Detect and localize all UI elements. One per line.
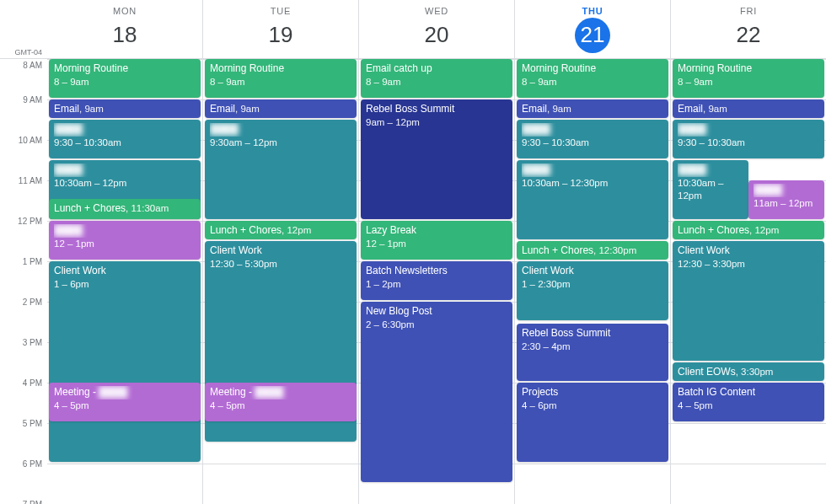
event-title: Batch IG Content: [678, 386, 819, 399]
calendar-event[interactable]: Email9am: [205, 99, 357, 118]
calendar-event[interactable]: Batch Newsletters1 – 2pm: [361, 261, 512, 300]
calendar-event[interactable]: ████9:30 – 10:30am: [673, 120, 824, 158]
calendar-event[interactable]: ████9:30 – 10:30am: [49, 120, 201, 158]
calendar-event[interactable]: Morning Routine8 – 9am: [517, 59, 668, 98]
event-title: Lunch + Chores: [54, 202, 126, 214]
event-time: 9am: [79, 104, 104, 114]
calendar-event[interactable]: Client Work1 – 2:30pm: [517, 261, 668, 320]
calendar-event[interactable]: Client Work1 – 6pm: [49, 261, 201, 462]
day-number[interactable]: 18: [107, 18, 142, 53]
event-title: ████: [754, 184, 819, 197]
event-title: Meeting - ████: [210, 386, 351, 399]
day-header[interactable]: THU21: [514, 0, 670, 58]
calendar-event[interactable]: ████10:30am – 12:30pm: [517, 160, 668, 239]
calendar-event[interactable]: Lunch + Chores12:30pm: [517, 241, 668, 260]
event-time: 12:30pm: [593, 245, 636, 255]
calendar-event[interactable]: Rebel Boss Summit2:30 – 4pm: [517, 324, 668, 381]
event-title: Client Work: [678, 244, 819, 258]
day-column[interactable]: Morning Routine8 – 9amEmail9am████9:30 –…: [47, 59, 202, 504]
event-title: Email: [678, 103, 703, 115]
calendar-header: GMT-04 MON18TUE19WED20THU21FRI22: [0, 0, 826, 59]
day-column[interactable]: Email catch up8 – 9amRebel Boss Summit9a…: [358, 59, 514, 504]
calendar-event[interactable]: Email catch up8 – 9am: [361, 59, 512, 98]
day-header[interactable]: MON18: [47, 0, 202, 58]
calendar-event[interactable]: Meeting - ████4 – 5pm: [205, 383, 357, 421]
calendar-week-view: GMT-04 MON18TUE19WED20THU21FRI22 8 AM9 A…: [0, 0, 826, 504]
event-title: Morning Routine: [522, 62, 663, 76]
calendar-event[interactable]: Email9am: [673, 99, 824, 118]
event-title: ████: [54, 224, 196, 238]
event-title: Lazy Break: [366, 224, 507, 238]
event-time: 3:30pm: [736, 367, 774, 377]
day-header[interactable]: TUE19: [202, 0, 358, 58]
event-title: New Blog Post: [366, 305, 507, 319]
day-column[interactable]: Morning Routine8 – 9amEmail9am████9:30 –…: [670, 59, 826, 504]
calendar-event[interactable]: Batch IG Content4 – 5pm: [673, 383, 824, 421]
event-time: 1 – 6pm: [54, 278, 196, 291]
calendar-event[interactable]: Client EOWs3:30pm: [673, 362, 824, 381]
event-time: 4 – 5pm: [54, 399, 196, 412]
event-time: 9:30 – 10:30am: [522, 137, 663, 149]
event-title: ████: [678, 164, 743, 177]
event-title: Batch Newsletters: [366, 265, 507, 278]
event-time: 4 – 5pm: [678, 399, 819, 412]
event-title: Lunch + Chores: [678, 224, 749, 236]
event-title: Morning Routine: [54, 62, 196, 76]
event-time: 4 – 6pm: [522, 399, 663, 412]
calendar-event[interactable]: Morning Routine8 – 9am: [673, 59, 824, 98]
event-time: 12 – 1pm: [366, 238, 507, 250]
event-title: Rebel Boss Summit: [366, 103, 507, 116]
calendar-event[interactable]: ████10:30am – 12pm: [673, 160, 748, 219]
event-time: 2 – 6:30pm: [366, 319, 507, 331]
hour-label: 5 PM: [23, 419, 42, 428]
event-time: 10:30am – 12pm: [54, 177, 196, 190]
event-title: ████: [522, 123, 663, 137]
calendar-event[interactable]: New Blog Post2 – 6:30pm: [361, 302, 512, 482]
event-time: 8 – 9am: [678, 76, 819, 88]
calendar-event[interactable]: ████11am – 12pm: [748, 180, 824, 219]
event-time: 9am: [235, 104, 260, 114]
event-title: ████: [54, 164, 196, 177]
hour-label: 3 PM: [23, 338, 42, 347]
event-title: ████: [678, 123, 819, 137]
calendar-event[interactable]: Email9am: [49, 99, 201, 118]
calendar-event[interactable]: ████9:30 – 10:30am: [517, 120, 668, 158]
calendar-event[interactable]: Morning Routine8 – 9am: [49, 59, 201, 98]
day-column[interactable]: Morning Routine8 – 9amEmail9am████9:30 –…: [514, 59, 670, 504]
calendar-event[interactable]: Meeting - ████4 – 5pm: [49, 383, 201, 421]
event-time: 8 – 9am: [210, 76, 351, 88]
timezone-column: GMT-04: [0, 0, 47, 58]
day-number[interactable]: 19: [263, 18, 298, 53]
day-number[interactable]: 22: [731, 18, 766, 53]
event-title: Projects: [522, 386, 663, 399]
day-header[interactable]: FRI22: [670, 0, 826, 58]
event-time: 9:30 – 10:30am: [678, 137, 819, 149]
calendar-event[interactable]: Client Work12:30 – 3:30pm: [673, 241, 824, 361]
calendar-event[interactable]: Morning Routine8 – 9am: [205, 59, 357, 98]
day-number[interactable]: 20: [419, 18, 454, 53]
calendar-event[interactable]: Lazy Break12 – 1pm: [361, 221, 512, 260]
hour-label: 1 PM: [23, 257, 42, 266]
calendar-event[interactable]: ████9:30am – 12pm: [205, 120, 357, 219]
calendar-event[interactable]: Rebel Boss Summit9am – 12pm: [361, 99, 512, 219]
calendar-body: 8 AM9 AM10 AM11 AM12 PM1 PM2 PM3 PM4 PM5…: [0, 59, 826, 504]
event-time: 4 – 5pm: [210, 399, 351, 412]
calendar-grid[interactable]: Morning Routine8 – 9amEmail9am████9:30 –…: [47, 59, 826, 504]
hour-label: 7 PM: [23, 500, 42, 505]
day-column[interactable]: Morning Routine8 – 9amEmail9am████9:30am…: [202, 59, 358, 504]
calendar-event[interactable]: Email9am: [517, 99, 668, 118]
hour-label: 11 AM: [19, 176, 42, 185]
calendar-event[interactable]: Lunch + Chores11:30am: [49, 199, 201, 219]
event-time: 9am: [547, 104, 571, 114]
event-time: 10:30am – 12pm: [678, 177, 743, 202]
hour-label: 4 PM: [23, 378, 42, 388]
calendar-event[interactable]: ████12 – 1pm: [49, 221, 201, 260]
calendar-event[interactable]: Lunch + Chores12pm: [205, 221, 357, 239]
calendar-event[interactable]: Projects4 – 6pm: [517, 383, 668, 462]
calendar-event[interactable]: Lunch + Chores12pm: [673, 221, 824, 239]
event-title: ████: [210, 123, 351, 137]
day-header[interactable]: WED20: [358, 0, 514, 58]
day-of-week-label: TUE: [271, 6, 291, 16]
hour-label: 6 PM: [23, 459, 42, 469]
day-number[interactable]: 21: [575, 18, 610, 53]
